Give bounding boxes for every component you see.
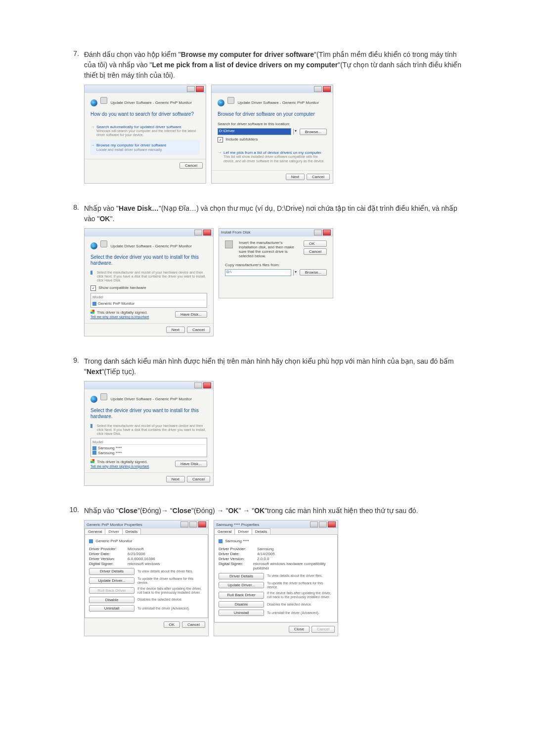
cancel-button[interactable]: Cancel [187,327,210,333]
uninstall-button[interactable]: Uninstall [89,605,134,612]
monitor-icon [90,271,92,275]
cancel-button[interactable]: Cancel [307,174,330,180]
update-driver-dialog: ← Update Driver Software - Generic PnP M… [84,85,206,184]
back-icon[interactable]: ← [90,242,97,249]
minimize-icon[interactable] [314,86,322,92]
close-icon[interactable] [203,382,211,388]
monitor-icon [100,393,107,400]
close-icon[interactable] [323,86,331,92]
tab-general[interactable]: General [85,528,105,534]
dialog-title: Samsung **** Properties [216,522,259,527]
step-number: 10. [64,506,84,636]
step-text: Đánh dấu chọn vào hộp kiểm "Browse my co… [84,49,470,81]
minimize-icon[interactable] [319,521,327,527]
minimize-icon[interactable] [189,521,197,527]
help-icon[interactable] [180,521,188,527]
minimize-icon[interactable] [194,230,202,236]
uninstall-button[interactable]: Uninstall [219,610,264,616]
disable-button[interactable]: Disable [89,597,134,603]
shield-icon [90,310,94,314]
step-number: 9. [64,356,84,486]
device-name: Samsung **** [225,539,249,543]
disable-button[interactable]: Disable [219,601,264,608]
search-location-label: Search for driver software in this locat… [218,122,327,126]
ok-button[interactable]: OK [164,621,180,628]
monitor-icon [227,97,234,104]
cancel-button[interactable]: Cancel [312,626,335,632]
browse-driver-dialog: ← Update Driver Software - Generic PnP M… [211,85,333,184]
next-button[interactable]: Next [166,327,185,333]
tab-general[interactable]: General [214,528,235,534]
show-compatible-checkbox[interactable]: ✓ [90,285,96,291]
browse-computer-option[interactable]: Browse my computer for driver software L… [90,140,200,154]
next-button[interactable]: Next [286,174,305,180]
close-icon[interactable] [198,521,206,527]
update-driver-button[interactable]: Update Driver... [89,577,134,584]
have-disk-button[interactable]: Have Disk... [175,311,207,318]
monitor-icon [100,97,107,104]
dialog-heading: Browse for driver software on your compu… [218,111,327,117]
dialog-heading: Select the device driver you want to ins… [90,254,207,266]
cancel-button[interactable]: Cancel [182,621,205,628]
signing-link[interactable]: Tell me why driver signing is important [90,315,149,319]
rollback-driver-button[interactable]: Roll Back Driver [89,587,134,594]
have-disk-button[interactable]: Have Disk... [175,461,207,467]
chevron-down-icon[interactable]: ▾ [293,270,298,276]
copy-from-label: Copy manufacturer's files from: [225,263,327,267]
dialog-title: Generic PnP Monitor Properties [87,522,142,527]
close-icon[interactable] [196,86,204,92]
monitor-properties-dialog: Samsung **** Properties General Driver D… [214,520,338,636]
tab-details[interactable]: Details [122,528,141,534]
minimize-icon[interactable] [187,86,195,92]
signing-link[interactable]: Tell me why driver signing is important [90,465,149,468]
back-icon[interactable]: ← [90,396,97,403]
tab-driver[interactable]: Driver [105,528,122,534]
monitor-properties-dialog: Generic PnP Monitor Properties General D… [84,520,209,636]
path-input[interactable]: D:\ [225,269,291,276]
model-listbox[interactable]: Model Generic PnP Monitor [90,293,207,307]
back-icon[interactable]: ← [218,99,224,106]
update-driver-button[interactable]: Update Driver... [219,582,264,588]
browse-button[interactable]: Browse... [300,129,327,135]
search-automatically-option[interactable]: Search automatically for updated driver … [90,122,200,140]
step-number: 7. [64,49,84,184]
cancel-button[interactable]: Cancel [187,476,210,482]
close-icon[interactable] [323,230,331,236]
step-number: 8. [64,203,84,337]
shield-icon [90,459,94,463]
minimize-icon[interactable] [314,230,322,236]
path-input[interactable]: D:\Driver [218,128,291,135]
ok-button[interactable]: OK [304,240,327,247]
driver-details-button[interactable]: Driver Details [219,573,264,579]
tab-driver[interactable]: Driver [234,528,252,534]
driver-details-button[interactable]: Driver Details [89,568,134,574]
minimize-icon[interactable] [194,382,202,388]
dialog-heading: Select the device driver you want to ins… [90,408,207,419]
monitor-icon [100,240,107,247]
let-me-pick-option[interactable]: Let me pick from a list of device driver… [218,147,327,166]
monitor-icon [92,446,96,450]
rollback-driver-button[interactable]: Roll Back Driver [219,592,264,598]
device-name: Generic PnP Monitor [95,539,132,543]
help-icon[interactable] [310,521,318,527]
dialog-heading: How do you want to search for driver sof… [90,111,200,117]
step-text: Nhấp vào "Close"(Đóng)→ "Close"(Đóng) → … [84,506,470,516]
close-icon[interactable] [203,230,211,236]
browse-button[interactable]: Browse... [300,269,327,276]
close-icon[interactable] [328,521,336,527]
tab-details[interactable]: Details [252,528,270,534]
monitor-icon [92,302,96,306]
select-driver-dialog: ← Update Driver Software - Generic PnP M… [84,381,214,486]
cancel-button[interactable]: Cancel [304,248,327,255]
cancel-button[interactable]: Cancel [179,162,203,169]
include-subfolders-checkbox[interactable]: ✓ [218,137,223,142]
step-text: Nhấp vào "Have Disk…"(Nạp Đĩa…) và chọn … [84,203,470,224]
next-button[interactable]: Next [166,476,185,482]
chevron-down-icon[interactable]: ▾ [293,129,298,135]
close-button[interactable]: Close [289,626,310,632]
disk-icon [225,240,233,248]
back-icon[interactable]: ← [90,99,97,106]
monitor-icon [219,539,222,543]
select-driver-dialog: ← Update Driver Software - Generic PnP M… [84,228,214,337]
model-listbox[interactable]: Model Samsung **** Samsung **** [90,438,207,457]
